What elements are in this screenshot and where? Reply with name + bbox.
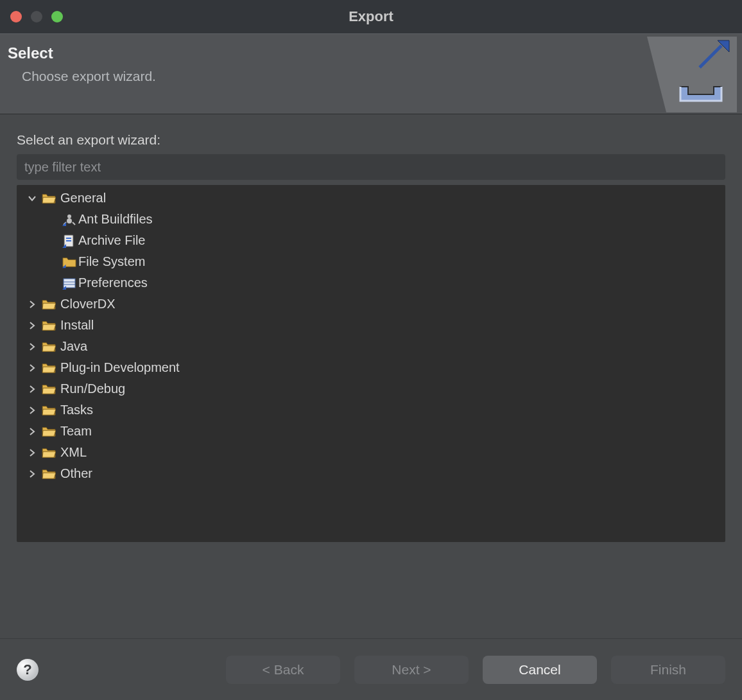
chevron-right-icon[interactable] [24,427,40,436]
tree-folder[interactable]: Run/Debug [19,378,723,399]
filter-input[interactable] [17,154,725,180]
wizard-subtitle: Choose export wizard. [22,69,742,84]
tree-folder[interactable]: XML [19,442,723,463]
wizard-body: Select an export wizard: GeneralAnt Buil… [0,114,742,638]
export-icon [647,37,737,116]
folder-icon [40,299,58,310]
tree-folder-label: General [60,191,106,206]
folder-icon [40,362,58,374]
tree-folder[interactable]: Plug-in Development [19,357,723,378]
tree-item[interactable]: File System [19,251,723,272]
svg-line-6 [73,222,75,225]
wizard-footer: ? < Back Next > Cancel Finish [0,638,742,700]
tree-item-label: Archive File [78,233,145,248]
folder-icon [40,341,58,353]
folder-icon [40,405,58,416]
prefs-icon [60,277,78,290]
folder-icon [40,447,58,459]
archive-icon [60,234,78,248]
chevron-right-icon[interactable] [24,321,40,330]
ant-icon [60,213,78,226]
wizard-title: Select [8,44,742,62]
folder-icon [40,193,58,204]
tree-folder-label: XML [60,445,87,460]
chevron-right-icon[interactable] [24,406,40,415]
chevron-right-icon[interactable] [24,469,40,478]
back-button[interactable]: < Back [226,656,340,684]
chevron-right-icon[interactable] [24,385,40,394]
tree-item[interactable]: Archive File [19,230,723,251]
tree-item-label: Preferences [78,276,148,290]
chevron-right-icon[interactable] [24,300,40,309]
tree-folder-label: Team [60,424,92,439]
window-minimize-button[interactable] [31,11,42,22]
window-maximize-button[interactable] [51,11,63,22]
svg-rect-9 [66,238,71,239]
wizard-tree[interactable]: GeneralAnt BuildfilesArchive FileFile Sy… [17,185,725,542]
tree-folder[interactable]: Other [19,463,723,484]
folder-icon [40,383,58,395]
folder-base-icon [60,256,78,268]
chevron-right-icon[interactable] [24,342,40,351]
tree-folder-label: Install [60,318,94,333]
tree-folder-label: Run/Debug [60,381,125,396]
folder-icon [40,320,58,331]
tree-folder-label: Tasks [60,403,93,417]
tree-label: Select an export wizard: [17,132,725,148]
folder-icon [40,426,58,437]
finish-button[interactable]: Finish [611,656,725,684]
wizard-header: Select Choose export wizard. [0,33,742,114]
svg-rect-10 [66,240,71,241]
tree-folder[interactable]: Java [19,336,723,357]
window-title: Export [0,8,742,25]
tree-folder[interactable]: CloverDX [19,293,723,315]
svg-point-4 [67,218,72,223]
next-button[interactable]: Next > [354,656,469,684]
svg-rect-13 [64,279,75,288]
tree-folder-label: Plug-in Development [60,360,180,375]
tree-folder[interactable]: Tasks [19,399,723,421]
cancel-button[interactable]: Cancel [483,656,597,684]
window-controls [10,11,63,22]
tree-folder-label: Java [60,339,87,354]
folder-icon [40,468,58,480]
tree-folder[interactable]: Install [19,315,723,336]
help-button[interactable]: ? [17,659,39,681]
chevron-right-icon[interactable] [24,448,40,457]
tree-folder[interactable]: General [19,188,723,209]
tree-item[interactable]: Ant Buildfiles [19,209,723,230]
tree-folder-label: CloverDX [60,297,116,311]
tree-folder[interactable]: Team [19,421,723,442]
window-close-button[interactable] [10,11,22,22]
chevron-down-icon[interactable] [24,194,40,203]
chevron-right-icon[interactable] [24,363,40,372]
svg-point-3 [67,214,71,218]
tree-item-label: Ant Buildfiles [78,212,153,227]
titlebar: Export [0,0,742,33]
tree-item[interactable]: Preferences [19,272,723,293]
tree-item-label: File System [78,254,145,269]
tree-folder-label: Other [60,466,92,481]
